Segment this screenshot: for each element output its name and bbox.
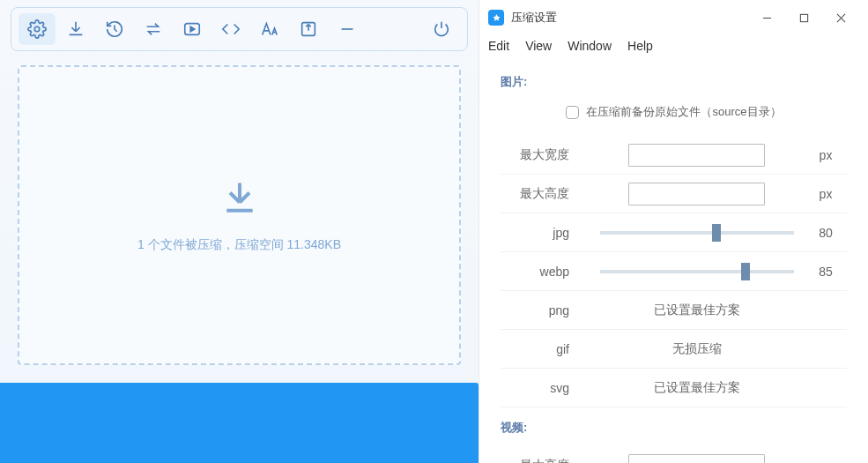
max-width-label: 最大宽度 xyxy=(501,147,589,163)
swap-icon xyxy=(144,19,163,39)
row-webp: webp 85 xyxy=(501,252,847,291)
app-icon xyxy=(488,10,504,26)
font-icon xyxy=(260,19,279,39)
max-width-suffix: px xyxy=(805,148,847,162)
dropzone-status: 1 个文件被压缩，压缩空间 11.348KB xyxy=(137,237,341,253)
webp-slider-thumb[interactable] xyxy=(741,263,750,280)
download-icon xyxy=(66,19,85,39)
bottom-bar xyxy=(0,383,479,463)
row-video-max-height: 最大高度 xyxy=(501,446,847,463)
menu-window[interactable]: Window xyxy=(568,39,612,53)
minimize-toolbar-button[interactable] xyxy=(329,13,366,45)
jpg-slider-thumb[interactable] xyxy=(712,224,721,242)
swap-button[interactable] xyxy=(135,13,172,45)
left-panel: 1 个文件被压缩，压缩空间 11.348KB xyxy=(0,0,479,463)
share-button[interactable] xyxy=(290,13,327,45)
gear-icon xyxy=(27,19,47,39)
settings-window: 压缩设置 Edit View Window Help 图片: 在压缩前备份原始文… xyxy=(479,0,868,463)
history-button[interactable] xyxy=(96,13,133,45)
max-height-suffix: px xyxy=(805,187,847,201)
window-controls xyxy=(748,5,859,30)
dropzone-container: 1 个文件被压缩，压缩空间 11.348KB xyxy=(0,58,479,383)
menu-view[interactable]: View xyxy=(525,39,552,53)
row-max-width: 最大宽度 px xyxy=(501,136,847,175)
row-gif: gif 无损压缩 xyxy=(501,330,847,369)
section-video: 视频: xyxy=(501,420,847,436)
font-button[interactable] xyxy=(251,13,288,45)
menu-edit[interactable]: Edit xyxy=(488,39,509,53)
max-height-label: 最大高度 xyxy=(501,186,589,202)
png-label: png xyxy=(501,303,589,317)
power-button[interactable] xyxy=(423,13,460,45)
section-image: 图片: xyxy=(501,74,847,90)
download-button[interactable] xyxy=(57,13,94,45)
download-large-icon xyxy=(220,178,259,220)
backup-checkbox[interactable] xyxy=(566,106,579,119)
gif-text: 无损压缩 xyxy=(589,341,805,357)
svg-text: 已设置最佳方案 xyxy=(589,380,805,396)
close-button[interactable] xyxy=(822,5,859,30)
row-png: png 已设置最佳方案 xyxy=(501,291,847,330)
svg-rect-3 xyxy=(800,14,807,21)
code-button[interactable] xyxy=(212,13,249,45)
webp-slider[interactable] xyxy=(600,270,794,273)
backup-label: 在压缩前备份原始文件（source目录） xyxy=(586,104,781,120)
window-title: 压缩设置 xyxy=(511,10,557,26)
row-jpg: jpg 80 xyxy=(501,213,847,252)
code-icon xyxy=(221,19,241,39)
toolbar xyxy=(11,7,468,51)
backup-row: 在压缩前备份原始文件（source目录） xyxy=(501,101,847,136)
max-width-input[interactable] xyxy=(628,144,765,167)
dropzone[interactable]: 1 个文件被压缩，压缩空间 11.348KB xyxy=(18,65,461,365)
jpg-slider[interactable] xyxy=(600,231,794,235)
share-icon xyxy=(299,19,318,39)
minus-icon xyxy=(338,19,357,39)
row-max-height: 最大高度 px xyxy=(501,175,847,213)
video-max-height-input[interactable] xyxy=(628,454,765,463)
jpg-label: jpg xyxy=(501,226,589,240)
webp-label: webp xyxy=(501,265,589,279)
titlebar: 压缩设置 xyxy=(479,0,868,35)
max-height-input[interactable] xyxy=(628,183,765,205)
webp-value: 85 xyxy=(805,265,847,279)
video-max-height-label: 最大高度 xyxy=(501,458,589,463)
menu-help[interactable]: Help xyxy=(627,39,653,53)
settings-body: 图片: 在压缩前备份原始文件（source目录） 最大宽度 px 最大高度 px… xyxy=(479,60,868,463)
play-button[interactable] xyxy=(174,13,211,45)
history-icon xyxy=(105,19,124,39)
settings-button[interactable] xyxy=(19,13,56,45)
gif-label: gif xyxy=(501,342,589,356)
row-svg: svg 已设置最佳方案 xyxy=(501,369,847,407)
maximize-button[interactable] xyxy=(785,5,822,30)
play-icon xyxy=(182,19,202,39)
jpg-value: 80 xyxy=(805,226,847,240)
minimize-button[interactable] xyxy=(748,5,785,30)
png-text: 已设置最佳方案 xyxy=(589,302,805,318)
power-icon xyxy=(432,19,451,39)
menubar: Edit View Window Help xyxy=(479,35,868,60)
svg-point-0 xyxy=(34,26,40,32)
svg-label: svg xyxy=(501,381,589,395)
